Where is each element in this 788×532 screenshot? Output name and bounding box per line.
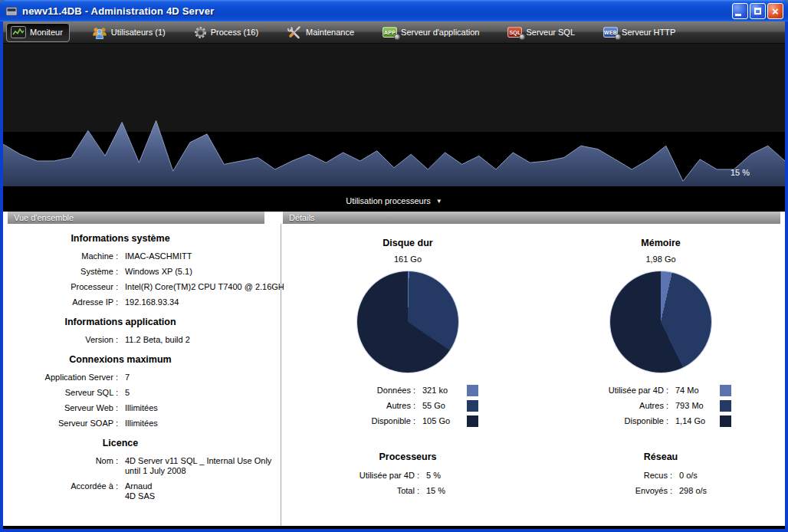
info-value-line: Arnaud (125, 481, 155, 491)
details-memory-column: Mémoire 1,98 Go Utilisée par 4D : 74 Mo … (538, 224, 783, 501)
info-value-line: 4D Server v11 SQL _ Internal Use Only (125, 456, 271, 466)
sql-badge-icon: SQL (507, 27, 522, 38)
info-value-line: 4D SAS (125, 491, 155, 501)
toolbar-item-serveur-application[interactable]: APP Serveur d'application (379, 23, 485, 42)
app-badge-icon: APP (383, 27, 397, 38)
toolbar-item-serveur-http[interactable]: WEB Serveur HTTP (599, 23, 681, 42)
info-value: Arnaud 4D SAS (125, 481, 155, 501)
cpu-current-value: 15 % (731, 168, 750, 177)
disk-legend: Données : 321 ko Autres : 55 Go Disponib… (285, 385, 530, 431)
pie-title: Disque dur (285, 238, 530, 248)
toolbar-item-label: Process (16) (211, 28, 258, 37)
info-row: Système : Windows XP (5.1) (3, 267, 279, 277)
maximize-button[interactable] (750, 3, 766, 19)
stat-value: 15 % (426, 485, 445, 501)
info-label: Serveur SOAP : (3, 419, 118, 429)
maximize-icon (754, 8, 761, 15)
info-row: Serveur Web : Illimitées (3, 403, 279, 413)
disk-pie-chart (357, 271, 458, 373)
legend-value: 321 ko (422, 385, 448, 400)
section-heading: Connexions maximum (3, 354, 238, 365)
info-label: Version : (3, 335, 118, 345)
pie-total: 161 Go (285, 255, 530, 264)
toolbar: Moniteur Utilisateurs (1) (3, 21, 785, 44)
stat-label: Utilisée par 4D : (285, 470, 419, 485)
legend-row: Disponible : 1,14 Go (538, 415, 783, 431)
info-label: Système : (3, 267, 118, 277)
section-heading: Licence (3, 438, 238, 448)
window-controls (732, 3, 783, 19)
cpu-graph: 15 % (3, 44, 785, 189)
cpu-area-chart (3, 44, 785, 189)
graph-selector-label: Utilisation processeurs (346, 196, 431, 205)
info-row: Accordée à : Arnaud 4D SAS (3, 481, 279, 501)
minimize-button[interactable] (732, 3, 748, 19)
toolbar-item-process[interactable]: Process (16) (190, 23, 264, 42)
graph-upper-band (3, 44, 785, 132)
legend-value: 74 Mo (675, 385, 699, 400)
monitor-chart-icon (11, 26, 26, 38)
toolbar-item-maintenance[interactable]: Maintenance (283, 23, 360, 42)
info-label: Serveur SQL : (3, 388, 118, 398)
info-label: Application Server : (3, 373, 118, 383)
stat-value: 298 o/s (679, 485, 707, 501)
info-row: Serveur SOAP : Illimitées (3, 419, 279, 429)
titlebar[interactable]: newv11.4DB - Administration 4D Server (0, 0, 788, 21)
legend-value: 1,14 Go (675, 415, 705, 431)
legend-row: Disponible : 105 Go (285, 415, 530, 431)
info-value-line: until 1 July 2008 (125, 466, 271, 476)
stat-label: Total : (285, 485, 419, 501)
info-row: Machine : IMAC-ASCHMITT (3, 251, 279, 261)
legend-label: Disponible : (285, 415, 415, 431)
info-label: Accordée à : (3, 481, 118, 501)
info-value: Illimitées (125, 419, 158, 429)
users-icon (92, 26, 107, 39)
legend-swatch (720, 400, 731, 412)
stat-row: Utilisée par 4D : 5 % (285, 470, 530, 485)
app-window: newv11.4DB - Administration 4D Server Mo… (0, 0, 788, 532)
stat-row: Total : 15 % (285, 485, 530, 501)
toolbar-item-serveur-sql[interactable]: SQL Serveur SQL (504, 23, 581, 42)
network-title: Réseau (538, 452, 783, 462)
legend-label: Données : (285, 385, 415, 400)
toolbar-item-label: Moniteur (30, 28, 63, 37)
memory-legend: Utilisée par 4D : 74 Mo Autres : 793 Mo … (538, 385, 783, 431)
info-value: Windows XP (5.1) (125, 267, 192, 277)
legend-label: Disponible : (538, 415, 668, 431)
minimize-icon (735, 14, 741, 16)
window-content: Moniteur Utilisateurs (1) (3, 21, 785, 529)
gear-dot-icon (615, 34, 621, 40)
close-button[interactable] (767, 3, 783, 19)
legend-swatch (467, 400, 478, 412)
info-label: Serveur Web : (3, 403, 118, 413)
pie-total: 1,98 Go (538, 255, 783, 264)
info-row: Adresse IP : 192.168.93.34 (3, 297, 279, 307)
pie-title: Mémoire (538, 238, 783, 248)
info-row: Application Server : 7 (3, 373, 279, 383)
memory-pie-chart (610, 271, 711, 373)
stat-row: Envoyés : 298 o/s (538, 485, 783, 501)
legend-swatch (467, 415, 478, 427)
processors-title: Processeurs (285, 452, 530, 462)
graph-selector[interactable]: Utilisation processeurs (3, 189, 785, 212)
toolbar-item-utilisateurs[interactable]: Utilisateurs (1) (88, 23, 172, 42)
toolbar-item-moniteur[interactable]: Moniteur (6, 23, 70, 42)
info-value: 7 (125, 373, 130, 383)
info-value: Intel(R) Core(TM)2 CPU T7400 @ 2.16GH (125, 282, 284, 292)
toolbar-item-label: Serveur SQL (526, 28, 575, 37)
chevron-down-icon (436, 196, 442, 205)
panel-divider[interactable] (281, 224, 281, 526)
legend-value: 105 Go (422, 415, 450, 431)
stat-value: 5 % (426, 470, 441, 485)
info-value: IMAC-ASCHMITT (125, 251, 192, 261)
toolbar-item-label: Maintenance (306, 28, 354, 37)
gear-dot-icon (394, 34, 400, 40)
legend-row: Autres : 793 Mo (538, 400, 783, 415)
legend-swatch (720, 385, 731, 396)
legend-row: Autres : 55 Go (285, 400, 530, 415)
overview-header: Vue d'ensemble (8, 212, 264, 224)
section-heading: Informations application (3, 317, 238, 327)
overview-panel: Informations système Machine : IMAC-ASCH… (3, 224, 279, 507)
details-disk-column: Disque dur 161 Go Données : 321 ko Autre… (285, 224, 530, 501)
info-label: Machine : (3, 251, 118, 261)
